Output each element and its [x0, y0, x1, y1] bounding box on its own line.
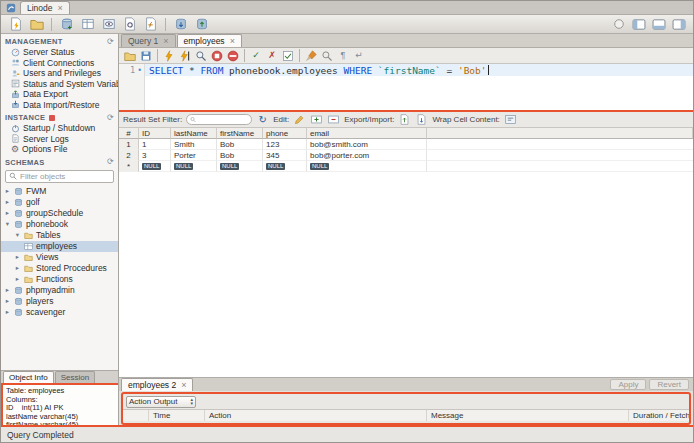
- tab-query-1[interactable]: Query 1 ×: [121, 34, 176, 47]
- null-badge[interactable]: NULL: [142, 163, 161, 170]
- grid-cell[interactable]: 1: [139, 139, 171, 150]
- schema-item-fwm[interactable]: ▸ FWM: [1, 186, 118, 197]
- grid-header-lastname[interactable]: lastName: [171, 128, 217, 139]
- tree-item-views[interactable]: ▸ Views: [1, 252, 118, 263]
- sql-editor[interactable]: 1 • SELECT * FROM phonebook.employees WH…: [119, 64, 693, 110]
- sidebar-item-options-file[interactable]: ⚙ Options File: [1, 144, 118, 155]
- sql-line-1[interactable]: SELECT * FROM phonebook.employees WHERE …: [145, 64, 693, 76]
- sidebar-item-startup-shutdown[interactable]: Startup / Shutdown: [1, 123, 118, 134]
- chevron-right-icon[interactable]: ▸: [4, 286, 11, 294]
- schema-item-scavenger[interactable]: ▸ scavenger: [1, 307, 118, 318]
- import-records-icon[interactable]: [415, 113, 428, 126]
- new-sql-tab-icon[interactable]: [7, 16, 24, 33]
- schema-item-players[interactable]: ▸ players: [1, 296, 118, 307]
- save-icon[interactable]: [139, 49, 153, 63]
- sidebar-item-data-import[interactable]: Data Import/Restore: [1, 100, 118, 111]
- output-header-action[interactable]: Action: [205, 410, 427, 421]
- chevron-right-icon[interactable]: ▸: [4, 297, 11, 305]
- toggle-secondary-sidebar-icon[interactable]: [670, 16, 687, 33]
- sidebar-item-data-export[interactable]: Data Export: [1, 89, 118, 100]
- chevron-right-icon[interactable]: ▸: [4, 198, 11, 206]
- grid-cell[interactable]: 1: [119, 139, 139, 150]
- chevron-right-icon[interactable]: ▸: [4, 187, 11, 195]
- tab-employees[interactable]: employees ×: [177, 34, 242, 47]
- chevron-right-icon[interactable]: ▸: [14, 264, 21, 272]
- grid-cell[interactable]: bob@porter.com: [307, 150, 427, 161]
- sidebar-item-server-status[interactable]: Server Status: [1, 47, 118, 58]
- tree-item-functions[interactable]: ▸ Functions: [1, 274, 118, 285]
- null-badge[interactable]: NULL: [266, 163, 285, 170]
- tree-item-tables[interactable]: ▾ Tables: [1, 230, 118, 241]
- refresh-schemas-icon[interactable]: ⟳: [107, 158, 114, 166]
- toggle-sidebar-panel-icon[interactable]: [630, 16, 647, 33]
- chevron-right-icon[interactable]: ▸: [4, 209, 11, 217]
- refresh-icon[interactable]: ⟳: [107, 38, 114, 46]
- refresh-icon[interactable]: ⟳: [107, 114, 114, 122]
- sidebar-item-client-connections[interactable]: Client Connections: [1, 58, 118, 69]
- chevron-right-icon[interactable]: ▸: [4, 308, 11, 316]
- schema-item-phonebook[interactable]: ▾ phonebook: [1, 219, 118, 230]
- edit-record-icon[interactable]: [293, 113, 306, 126]
- result-filter-input[interactable]: [198, 115, 248, 124]
- grid-cell[interactable]: Bob: [217, 139, 263, 150]
- grid-row-2[interactable]: 2 3 Porter Bob 345 bob@porter.com: [119, 150, 693, 161]
- grid-header-rownum[interactable]: #: [119, 128, 139, 139]
- output-header-time[interactable]: Time: [149, 410, 205, 421]
- grid-cell[interactable]: 123: [263, 139, 307, 150]
- delete-row-icon[interactable]: [327, 113, 340, 126]
- schema-filter[interactable]: [5, 170, 114, 183]
- status-circle-icon[interactable]: [610, 16, 627, 33]
- grid-insert-row[interactable]: * NULL NULL NULL NULL NULL: [119, 161, 693, 172]
- export-recordset-icon[interactable]: [398, 113, 411, 126]
- connection-tab-linode[interactable]: Linode ×: [20, 1, 70, 14]
- grid-row-1[interactable]: 1 1 Smith Bob 123 bob@smith.com: [119, 139, 693, 150]
- chevron-down-icon[interactable]: ▾: [14, 231, 21, 239]
- rollback-icon[interactable]: ✗: [265, 49, 279, 63]
- stop-on-error-icon[interactable]: [226, 49, 240, 63]
- sidebar-item-users-privileges[interactable]: Users and Privileges: [1, 68, 118, 79]
- refresh-icon[interactable]: ↻: [256, 113, 269, 126]
- explain-icon[interactable]: [194, 49, 208, 63]
- grid-insert-marker[interactable]: *: [119, 161, 139, 172]
- null-badge[interactable]: NULL: [174, 163, 193, 170]
- output-header-message[interactable]: Message: [427, 410, 629, 421]
- spinner-arrows-icon[interactable]: ▴▾: [190, 398, 193, 405]
- execute-icon[interactable]: [162, 49, 176, 63]
- open-file-icon[interactable]: [123, 49, 137, 63]
- commit-icon[interactable]: ✓: [249, 49, 263, 63]
- chevron-right-icon[interactable]: ▸: [14, 275, 21, 283]
- close-icon[interactable]: ×: [181, 381, 186, 389]
- grid-header-id[interactable]: ID: [139, 128, 171, 139]
- grid-header-firstname[interactable]: firstName: [217, 128, 263, 139]
- tree-item-employees[interactable]: employees: [1, 241, 118, 252]
- grid-cell[interactable]: Smith: [171, 139, 217, 150]
- execute-current-icon[interactable]: [178, 49, 192, 63]
- invisible-chars-icon[interactable]: ¶: [336, 49, 350, 63]
- revert-button[interactable]: Revert: [649, 379, 689, 390]
- grid-cell[interactable]: Bob: [217, 150, 263, 161]
- data-import-icon[interactable]: [172, 16, 189, 33]
- tab-session[interactable]: Session: [55, 371, 95, 383]
- stop-icon[interactable]: [210, 49, 224, 63]
- apply-button[interactable]: Apply: [610, 379, 646, 390]
- wrap-cell-content-icon[interactable]: [504, 113, 517, 126]
- tab-employees-2[interactable]: employees 2 ×: [121, 378, 193, 391]
- tab-object-info[interactable]: Object Info: [3, 371, 54, 383]
- schema-item-phpmyadmin[interactable]: ▸ phpmyadmin: [1, 285, 118, 296]
- autocommit-icon[interactable]: [281, 49, 295, 63]
- grid-cell[interactable]: Porter: [171, 150, 217, 161]
- chevron-right-icon[interactable]: ▸: [14, 253, 21, 261]
- close-icon[interactable]: ×: [58, 4, 63, 12]
- grid-cell[interactable]: 345: [263, 150, 307, 161]
- grid-cell[interactable]: bob@smith.com: [307, 139, 427, 150]
- grid-cell[interactable]: 2: [119, 150, 139, 161]
- create-schema-icon[interactable]: [58, 16, 75, 33]
- grid-header-phone[interactable]: phone: [263, 128, 307, 139]
- schema-filter-input[interactable]: [20, 172, 106, 181]
- create-view-icon[interactable]: [100, 16, 117, 33]
- data-export-icon[interactable]: [193, 16, 210, 33]
- close-icon[interactable]: ×: [230, 37, 235, 45]
- sidebar-item-status-system-variables[interactable]: Status and System Variables: [1, 79, 118, 90]
- find-icon[interactable]: [320, 49, 334, 63]
- open-script-icon[interactable]: [28, 16, 45, 33]
